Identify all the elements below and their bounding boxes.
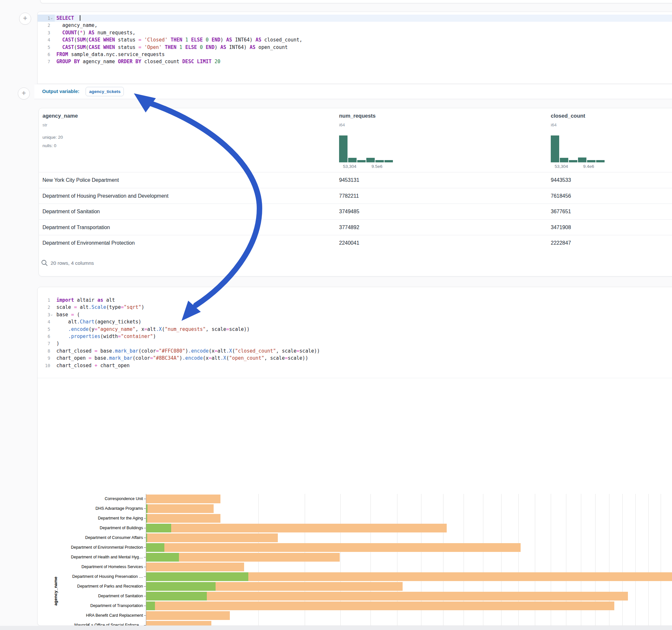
code-line[interactable]: 5 CAST(SUM(CASE WHEN status = 'Open' THE… xyxy=(38,44,672,51)
fold-chevron-icon[interactable]: ⌄ xyxy=(51,14,53,21)
code-text: CAST(SUM(CASE WHEN status = 'Closed' THE… xyxy=(56,36,303,43)
bar-open-count xyxy=(146,582,216,591)
code-line[interactable]: 9chart_open = base.mark_bar(color="#8BC3… xyxy=(38,355,672,362)
y-axis-label: Department of Transportation xyxy=(90,603,146,608)
add-cell-button-top[interactable]: + xyxy=(19,13,31,25)
code-text: chart_closed + chart_open xyxy=(56,362,130,369)
table-cell: 7782211 xyxy=(339,188,359,204)
y-tick xyxy=(144,567,146,567)
bar-closed-count xyxy=(146,514,220,523)
search-icon[interactable] xyxy=(41,259,48,266)
python-code-editor[interactable]: 1import altair as alt2scale = alt.Scale(… xyxy=(38,296,672,369)
table-cell: 2240041 xyxy=(339,235,359,251)
code-line[interactable]: 8chart_closed = base.mark_bar(color="#FF… xyxy=(38,347,672,355)
code-line[interactable]: 4 alt.Chart(agency_tickets) xyxy=(38,318,672,325)
y-axis-label: Department of Homeless Services xyxy=(81,564,146,569)
y-axis-label: Department of Consumer Affairs xyxy=(85,535,146,540)
table-cell: 2222847 xyxy=(551,235,571,251)
line-number: 4 xyxy=(38,36,55,43)
table-row[interactable]: Department of Environmental Protection22… xyxy=(39,235,672,251)
bar-open-count xyxy=(146,504,147,513)
column-type: i64 xyxy=(339,122,345,127)
code-text: SELECT xyxy=(56,15,80,22)
results-table-card: agency_namestrunique: 20nulls: 0num_requ… xyxy=(39,108,672,276)
line-number: 2 xyxy=(38,22,55,29)
histogram-max-label: 9.5e6 xyxy=(371,164,383,169)
code-line[interactable]: 6 .properties(width="container") xyxy=(38,333,672,340)
bar-closed-count xyxy=(146,563,244,571)
output-variable-strip: Output variable: agency_tickets xyxy=(34,84,672,99)
add-cell-button-middle[interactable]: + xyxy=(18,88,30,99)
line-number: 8 xyxy=(38,347,55,355)
line-number: 1 xyxy=(38,296,55,304)
table-footer: 20 rows, 4 columns xyxy=(39,251,672,276)
code-line[interactable]: 4 CAST(SUM(CASE WHEN status = 'Closed' T… xyxy=(38,36,672,43)
code-line[interactable]: 1import altair as alt xyxy=(38,296,672,304)
table-row[interactable]: Department of Housing Preservation and D… xyxy=(39,188,672,204)
fold-chevron-icon[interactable]: ⌄ xyxy=(51,311,53,318)
code-line[interactable]: 2 agency_name, xyxy=(38,22,672,29)
gridline xyxy=(622,494,623,626)
column-header[interactable]: closed_count xyxy=(551,113,585,119)
code-text: COUNT(*) AS num_requests, xyxy=(56,29,136,36)
y-tick xyxy=(144,615,146,616)
code-text: .encode(y="agency_name", x=alt.X("num_re… xyxy=(56,326,249,333)
line-number: 2 xyxy=(38,304,55,311)
table-cell: 3677651 xyxy=(551,204,571,220)
chart-plot-area: Correspondence UnitDHS Advantage Program… xyxy=(146,494,672,626)
y-axis-label: Department of Sanitation xyxy=(98,594,146,598)
y-axis-label: Mayorâ€ s Office of Special Enforce… xyxy=(74,623,146,626)
table-row[interactable]: Department of Transportation377489234719… xyxy=(39,219,672,236)
code-text: scale = alt.Scale(type="sqrt") xyxy=(56,304,144,311)
code-text: chart_open = base.mark_bar(color="#8BC34… xyxy=(56,355,308,362)
code-line[interactable]: 7) xyxy=(38,340,672,347)
y-axis-label: Correspondence Unit xyxy=(105,496,146,501)
code-line[interactable]: 3⌄base = ( xyxy=(38,311,672,318)
altair-chart-output: agency_name Correspondence UnitDHS Advan… xyxy=(38,378,672,625)
code-text: agency_name, xyxy=(56,22,97,29)
code-line[interactable]: 5 .encode(y="agency_name", x=alt.X("num_… xyxy=(38,326,672,333)
code-text: CAST(SUM(CASE WHEN status = 'Open' THEN … xyxy=(56,44,288,51)
code-text: GROUP BY agency_name ORDER BY closed_cou… xyxy=(56,58,220,65)
table-cell: 9453131 xyxy=(339,172,359,188)
code-text: .properties(width="container") xyxy=(56,333,156,340)
y-tick xyxy=(144,508,146,509)
code-line[interactable]: 10chart_closed + chart_open xyxy=(38,362,672,369)
column-header[interactable]: agency_name xyxy=(43,113,78,119)
column-type: i64 xyxy=(551,122,557,127)
bar-closed-count xyxy=(146,602,614,610)
y-axis-label: HRA Benefit Card Replacement xyxy=(86,613,146,618)
y-axis-label: Department of Environmental Protection xyxy=(71,545,146,550)
column-histogram xyxy=(339,135,394,162)
output-variable-input[interactable]: agency_tickets xyxy=(86,87,124,96)
code-line[interactable]: 2scale = alt.Scale(type="sqrt") xyxy=(38,304,672,311)
sql-cell-card: 1⌄SELECT 2 agency_name,3 COUNT(*) AS num… xyxy=(37,12,672,84)
previous-cell-card-bottom xyxy=(40,0,672,3)
sql-code-editor[interactable]: 1⌄SELECT 2 agency_name,3 COUNT(*) AS num… xyxy=(38,15,672,66)
table-cell: New York City Police Department xyxy=(43,172,119,188)
bar-closed-count xyxy=(146,504,214,513)
table-cell: 7618456 xyxy=(551,188,571,204)
y-tick xyxy=(144,586,146,587)
bar-open-count xyxy=(146,524,171,532)
code-line[interactable]: 1⌄SELECT xyxy=(38,15,672,22)
bar-closed-count xyxy=(146,494,220,503)
bar-closed-count xyxy=(146,611,230,620)
code-line[interactable]: 3 COUNT(*) AS num_requests, xyxy=(38,29,672,36)
table-header: agency_namestrunique: 20nulls: 0num_requ… xyxy=(39,108,672,172)
table-cell: 3749485 xyxy=(339,204,359,220)
code-line[interactable]: 7GROUP BY agency_name ORDER BY closed_co… xyxy=(38,58,672,65)
text-cursor xyxy=(80,15,80,21)
code-line[interactable]: 6FROM sample_data.nyc.service_requests xyxy=(38,51,672,58)
histogram-min-label: 53,304 xyxy=(555,164,568,169)
column-header[interactable]: num_requests xyxy=(339,113,376,119)
table-row[interactable]: New York City Police Department945313194… xyxy=(39,172,672,188)
code-text: alt.Chart(agency_tickets) xyxy=(56,318,141,325)
code-text: ) xyxy=(56,340,59,347)
bar-closed-count xyxy=(146,524,447,532)
y-tick xyxy=(144,606,146,606)
table-row[interactable]: Department of Sanitation37494853677651 xyxy=(39,203,672,220)
line-number: 9 xyxy=(38,355,55,362)
line-number: 5 xyxy=(38,326,55,333)
y-tick xyxy=(144,557,146,557)
